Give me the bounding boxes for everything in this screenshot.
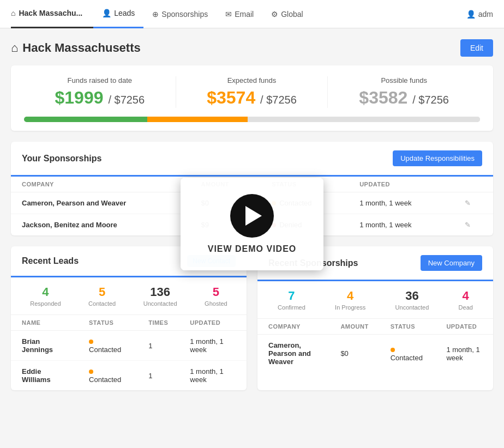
stat-value: 5	[88, 285, 116, 299]
status-dot	[272, 223, 276, 227]
fund-raised-label: Funds raised to date	[24, 76, 176, 84]
fund-expected-label: Expected funds	[176, 76, 328, 84]
email-icon: ✉	[225, 10, 232, 19]
nav-label-sponsorships: Sponsorships	[161, 10, 208, 19]
stat-value: 7	[278, 289, 305, 303]
recent-sponsorships-title: Recent Sponsorships	[268, 258, 358, 268]
times-cell: 1	[137, 361, 179, 391]
col-amount: AMOUNT	[190, 177, 261, 192]
gear-icon: ⚙	[271, 10, 278, 19]
fund-expected-value: $3574 / $7256	[176, 88, 328, 108]
times-cell: 1	[137, 331, 179, 361]
updated-cell: 1 month, 1 week	[179, 331, 247, 361]
nav-link-leads[interactable]: 👤 Leads	[93, 0, 143, 28]
home-icon-page: ⌂	[11, 41, 18, 55]
leads-stats: 4 Responded 5 Contacted 136 Uncontacted …	[11, 277, 247, 315]
sp-col-status: STATUS	[380, 319, 436, 335]
sp-col-amount: AMOUNT	[329, 319, 379, 335]
nav-brand[interactable]: ⌂ Hack Massachu...	[11, 0, 93, 28]
table-row: Jackson, Benitez and Moore $9 Denied 1 m…	[11, 214, 493, 236]
stat-label: Dead	[459, 304, 473, 311]
table-row: Cameron, Pearson and Weaver $0 Contacted…	[257, 335, 493, 373]
stat-item: 36 Uncontacted	[395, 289, 429, 311]
new-contact-button[interactable]: New Contact	[187, 255, 236, 267]
bottom-grid: Recent Leads New Contact 4 Responded 5 C…	[11, 246, 493, 401]
col-updated: UPDATED	[349, 177, 453, 192]
updated-cell: 1 month, 1 week	[349, 192, 453, 214]
status-cell: Contacted	[78, 331, 137, 361]
recent-sponsorships-header: Recent Sponsorships New Company	[257, 246, 493, 280]
nav-user-label: adm	[478, 10, 493, 19]
recent-leads-title: Recent Leads	[22, 256, 79, 266]
lead-col-name: NAME	[11, 315, 78, 331]
page-container: ⌂ Hack Massachusetts Edit Funds raised t…	[0, 28, 504, 412]
table-row: Eddie Williams Contacted 1 1 month, 1 we…	[11, 361, 247, 391]
stat-value: 4	[30, 285, 61, 299]
edit-icon[interactable]: ✎	[465, 221, 471, 229]
progress-bar	[24, 117, 480, 122]
fund-raised: Funds raised to date $1999 / $7256	[24, 76, 176, 108]
progress-raised	[24, 117, 147, 122]
stat-item: 4 Responded	[30, 285, 61, 307]
edit-cell[interactable]: ✎	[454, 192, 494, 214]
nav-link-email[interactable]: ✉ Email	[217, 0, 262, 28]
sp-col-updated: UPDATED	[435, 319, 493, 335]
stat-item: 5 Contacted	[88, 285, 116, 307]
lead-col-times: TIMES	[137, 315, 179, 331]
updated-cell: 1 month, 1 week	[179, 361, 247, 391]
company-cell: Jackson, Benitez and Moore	[11, 214, 190, 236]
stat-value: 5	[205, 285, 227, 299]
leads-table: NAME STATUS TIMES UPDATED Brian Jennings…	[11, 315, 247, 390]
name-cell: Brian Jennings	[11, 331, 78, 361]
nav-label-global: Global	[281, 10, 303, 19]
fund-possible: Possible funds $3582 / $7256	[328, 76, 480, 108]
nav-links: 👤 Leads ⊕ Sponsorships ✉ Email ⚙ Global	[93, 0, 466, 28]
lead-col-status: STATUS	[78, 315, 137, 331]
sponsorships-card: Your Sponsorships Update Responsibilitie…	[11, 142, 493, 235]
home-icon: ⌂	[11, 0, 15, 27]
col-actions	[454, 177, 494, 192]
stat-value: 36	[395, 289, 429, 303]
nav-label-leads: Leads	[114, 9, 135, 17]
stat-label: In Progress	[335, 304, 365, 311]
nav-link-global[interactable]: ⚙ Global	[262, 0, 311, 28]
person-icon: 👤	[102, 9, 111, 17]
status-cell: Denied	[261, 214, 349, 236]
stat-label: Confirmed	[278, 304, 305, 311]
nav-user[interactable]: 👤 adm	[466, 10, 493, 19]
progress-remaining	[248, 117, 480, 122]
sponsorships-table: COMPANY AMOUNT STATUS UPDATED Cameron, P…	[11, 177, 493, 235]
status-dot	[89, 370, 93, 374]
status-cell: Contacted	[78, 361, 137, 391]
name-cell: Eddie Williams	[11, 361, 78, 391]
recent-sponsorships-card: Recent Sponsorships New Company 7 Confir…	[257, 246, 493, 390]
fund-possible-value: $3582 / $7256	[328, 88, 480, 108]
update-responsibilities-button[interactable]: Update Responsibilities	[393, 150, 482, 166]
edit-button[interactable]: Edit	[460, 39, 493, 57]
recent-leads-header: Recent Leads New Contact	[11, 246, 247, 276]
status-dot	[391, 348, 395, 352]
sponsorships2-table: COMPANY AMOUNT STATUS UPDATED Cameron, P…	[257, 319, 493, 372]
sponsorships-header: Your Sponsorships Update Responsibilitie…	[11, 142, 493, 175]
status-dot	[272, 201, 276, 205]
stat-value: 4	[335, 289, 365, 303]
user-icon: 👤	[466, 10, 476, 19]
stat-label: Uncontacted	[395, 304, 429, 311]
share-icon: ⊕	[152, 10, 159, 19]
table-row: Brian Jennings Contacted 1 1 month, 1 we…	[11, 331, 247, 361]
edit-cell[interactable]: ✎	[454, 214, 494, 236]
stat-item: 136 Uncontacted	[143, 285, 177, 307]
funds-grid: Funds raised to date $1999 / $7256 Expec…	[24, 76, 480, 108]
status-cell: Contacted	[261, 192, 349, 214]
stat-value: 4	[459, 289, 473, 303]
new-company-button[interactable]: New Company	[421, 255, 482, 271]
status-dot	[89, 340, 93, 344]
stat-label: Ghosted	[205, 300, 227, 307]
company-cell: Cameron, Pearson and Weaver	[11, 192, 190, 214]
edit-icon[interactable]: ✎	[465, 199, 471, 207]
stat-item: 4 In Progress	[335, 289, 365, 311]
sponsorships-title: Your Sponsorships	[22, 154, 101, 164]
stat-value: 136	[143, 285, 177, 299]
nav-link-sponsorships[interactable]: ⊕ Sponsorships	[143, 0, 217, 28]
updated-cell: 1 month, 1 week	[435, 335, 493, 373]
